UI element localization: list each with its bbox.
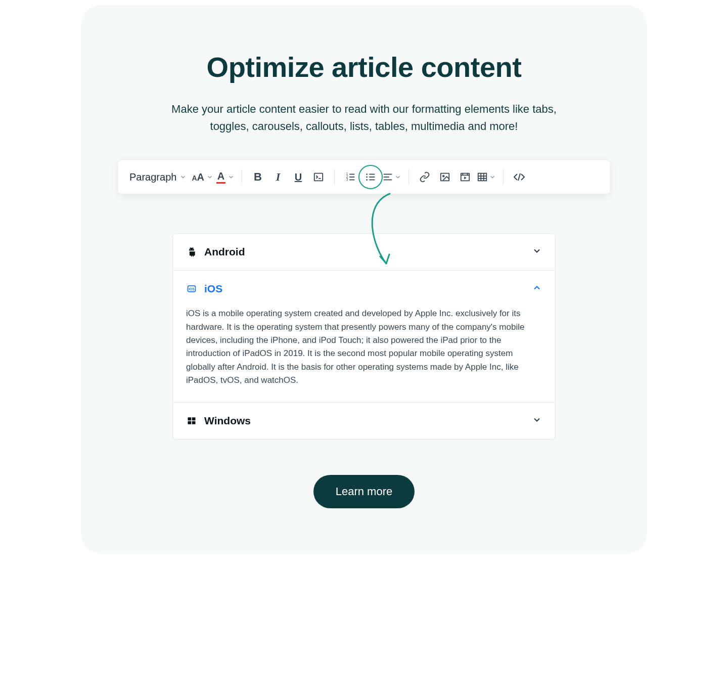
link-button[interactable] (416, 168, 433, 186)
toolbar-divider (408, 169, 409, 185)
svg-line-29 (518, 173, 520, 181)
font-size-dropdown[interactable]: AA (192, 168, 213, 186)
android-icon (186, 246, 197, 257)
svg-point-12 (366, 177, 368, 178)
accordion-item-ios: iOS iOS iOS is a mobile operating system… (173, 270, 555, 402)
svg-rect-19 (461, 173, 470, 181)
accordion-panel: Android iOS iOS iOS is a mobile operatin… (172, 233, 556, 440)
table-dropdown[interactable] (477, 168, 496, 186)
link-icon (419, 171, 430, 183)
page-subtitle: Make your article content easier to read… (157, 101, 571, 135)
svg-point-13 (366, 179, 368, 181)
chevron-down-icon (228, 173, 235, 181)
windows-icon (186, 415, 197, 426)
accordion-toggle[interactable]: Windows (173, 403, 555, 439)
svg-point-18 (443, 176, 444, 177)
font-size-icon: AA (192, 171, 204, 183)
accordion-item-android: Android (173, 234, 555, 270)
paragraph-style-dropdown[interactable]: Paragraph (127, 170, 189, 184)
svg-rect-33 (192, 418, 196, 421)
unordered-list-button[interactable] (362, 168, 379, 186)
unordered-list-icon (365, 171, 376, 183)
underline-button[interactable]: U (290, 168, 307, 186)
align-dropdown[interactable] (382, 168, 401, 186)
chevron-down-icon (394, 173, 401, 181)
chevron-down-icon (206, 173, 213, 181)
terminal-icon (313, 171, 324, 183)
svg-rect-0 (314, 173, 323, 181)
accordion-title: Android (204, 246, 525, 258)
svg-rect-32 (188, 418, 192, 421)
italic-button[interactable]: I (269, 168, 287, 186)
toolbar-divider (503, 169, 504, 185)
accordion-body: iOS is a mobile operating system created… (173, 307, 555, 402)
bold-button[interactable]: B (249, 168, 266, 186)
feature-card: Optimize article content Make your artic… (81, 5, 647, 554)
toolbar-divider (334, 169, 335, 185)
code-icon (513, 171, 525, 183)
page-title: Optimize article content (81, 51, 647, 83)
chevron-up-icon (532, 283, 542, 295)
italic-icon: I (276, 170, 281, 184)
paragraph-style-label: Paragraph (129, 171, 176, 183)
font-color-icon: A (216, 171, 225, 184)
svg-rect-24 (478, 173, 487, 181)
svg-point-11 (366, 173, 368, 175)
accordion-toggle[interactable]: iOS iOS (173, 271, 555, 307)
accordion-title: Windows (204, 415, 525, 427)
chevron-down-icon (532, 415, 542, 427)
align-left-icon (382, 171, 393, 183)
video-button[interactable] (457, 168, 474, 186)
table-icon (477, 171, 488, 183)
image-button[interactable] (436, 168, 453, 186)
code-block-button[interactable] (310, 168, 327, 186)
font-color-dropdown[interactable]: A (216, 168, 235, 186)
accordion-title: iOS (204, 283, 525, 295)
svg-marker-23 (464, 177, 467, 180)
source-code-button[interactable] (511, 168, 528, 186)
bold-icon: B (254, 170, 262, 184)
accordion-item-windows: Windows (173, 402, 555, 439)
svg-rect-35 (192, 421, 196, 424)
underline-icon: U (295, 171, 302, 183)
svg-text:3: 3 (346, 178, 348, 182)
video-icon (460, 171, 471, 183)
toolbar-divider (242, 169, 242, 185)
image-icon (439, 171, 450, 183)
ios-icon: iOS (186, 283, 197, 294)
accordion-toggle[interactable]: Android (173, 234, 555, 270)
chevron-down-icon (532, 246, 542, 258)
editor-toolbar: Paragraph AA A B I U 123 (118, 160, 610, 194)
learn-more-button[interactable]: Learn more (313, 475, 415, 508)
chevron-down-icon (489, 173, 496, 181)
svg-text:iOS: iOS (189, 287, 195, 291)
ordered-list-icon: 123 (345, 171, 356, 183)
svg-rect-34 (188, 421, 192, 424)
chevron-down-icon (179, 173, 187, 181)
ordered-list-button[interactable]: 123 (342, 168, 359, 186)
